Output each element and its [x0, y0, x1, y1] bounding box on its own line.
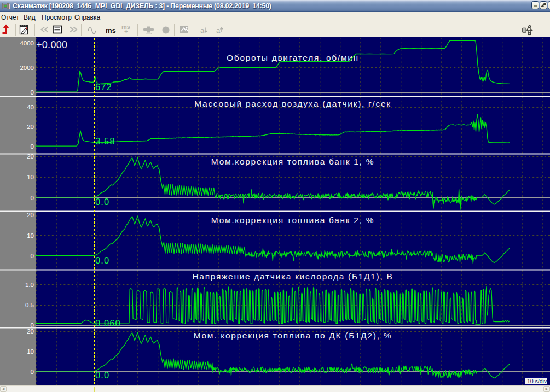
svg-text:0.0: 0.0 [95, 197, 109, 207]
svg-text:0.060: 0.060 [95, 318, 121, 328]
svg-text:2000: 2000 [20, 65, 34, 71]
svg-text:0: 0 [31, 368, 34, 375]
svg-text:0.5: 0.5 [25, 302, 34, 308]
svg-text:10: 10 [27, 174, 34, 180]
svg-text:a: a [200, 26, 205, 34]
svg-text:3.58: 3.58 [95, 136, 115, 146]
svg-text:Мом. коррекция топлива по ДК (: Мом. коррекция топлива по ДК (Б1Д2), % [194, 331, 392, 340]
svg-text:a: a [216, 26, 221, 34]
svg-text:m̅s: m̅s [106, 26, 116, 34]
svg-text:10: 10 [27, 232, 34, 239]
svg-text:Обороты двигателя, об/мин: Обороты двигателя, об/мин [227, 53, 359, 62]
svg-text:20: 20 [27, 124, 34, 130]
svg-text:Мом.коррекция топлива банк 2,: Мом.коррекция топлива банк 2, % [211, 215, 374, 225]
svg-text:+0.000: +0.000 [36, 39, 67, 50]
svg-text:20: 20 [27, 328, 34, 335]
svg-text:0: 0 [31, 195, 34, 201]
svg-text:672: 672 [95, 82, 112, 92]
svg-text:0.0: 0.0 [95, 370, 109, 380]
svg-text:4000: 4000 [20, 40, 34, 46]
svg-text:0: 0 [31, 253, 34, 259]
svg-text:20: 20 [27, 153, 34, 160]
svg-text:Массовый расход воздуха (датчи: Массовый расход воздуха (датчик), г/сек [194, 99, 391, 108]
svg-text:1.0: 1.0 [25, 282, 34, 288]
svg-text:Мом.коррекция топлива банк 1,: Мом.коррекция топлива банк 1, % [211, 157, 374, 166]
svg-text:0: 0 [31, 143, 34, 150]
svg-text:10: 10 [27, 348, 34, 355]
svg-text:20: 20 [27, 212, 34, 218]
svg-text:0.0: 0.0 [95, 255, 109, 265]
svg-text:0: 0 [31, 89, 34, 96]
svg-text:Напряжение датчика кислорода (: Напряжение датчика кислорода (Б1Д1), В [192, 272, 393, 281]
svg-text:10 s/div: 10 s/div [527, 378, 547, 384]
svg-text:40: 40 [27, 104, 34, 110]
svg-text:+: + [124, 28, 128, 36]
